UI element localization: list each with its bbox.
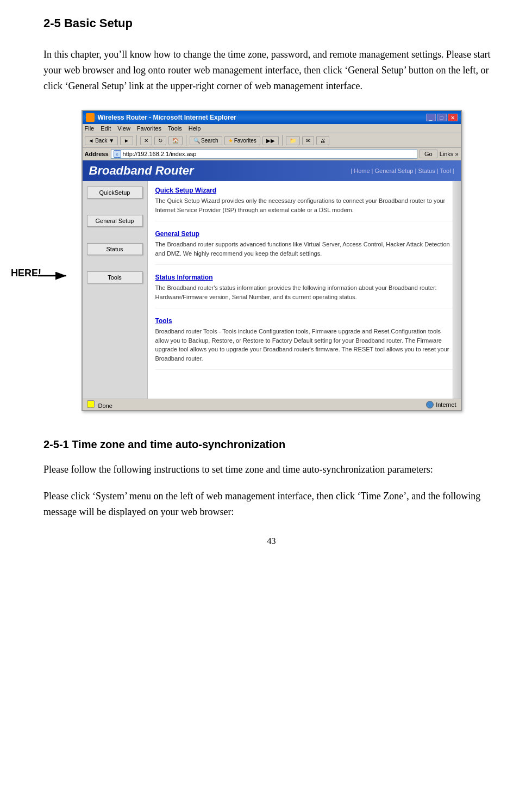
here-label: HERE!: [11, 268, 41, 279]
status-info-desc: The Broadband router's status informatio…: [155, 283, 453, 301]
quick-setup-link[interactable]: Quick Setup Wizard: [155, 187, 453, 194]
history-button[interactable]: 📁: [286, 136, 300, 145]
done-label: Done: [98, 402, 112, 409]
search-icon: 🔍: [193, 138, 200, 144]
browser-title-text: Wireless Router - Microsoft Internet Exp…: [98, 114, 236, 121]
menu-tools[interactable]: Tools: [168, 125, 182, 132]
browser-titlebar: Wireless Router - Microsoft Internet Exp…: [83, 111, 461, 124]
status-icon: [87, 400, 95, 408]
go-button[interactable]: Go: [420, 150, 437, 158]
status-info-section: Status Information The Broadband router'…: [155, 274, 453, 308]
menu-view[interactable]: View: [117, 125, 130, 132]
section-2-5-1-heading: 2-5-1 Time zone and time auto-synchroniz…: [43, 438, 499, 451]
close-button[interactable]: ✕: [448, 114, 458, 121]
quick-setup-desc: The Quick Setup Wizard provides only the…: [155, 196, 453, 214]
menu-edit[interactable]: Edit: [101, 125, 111, 132]
globe-icon: [426, 401, 434, 408]
zone-label: Internet: [436, 401, 456, 408]
section-2-5-1-para2: Please click ‘System’ menu on the left o…: [43, 488, 499, 520]
router-sidebar: QuickSetup General Setup Status Tools: [83, 181, 148, 399]
ie-icon: [86, 113, 95, 122]
browser-window: Wireless Router - Microsoft Internet Exp…: [82, 110, 462, 411]
home-button[interactable]: 🏠: [168, 136, 183, 145]
status-info-link[interactable]: Status Information: [155, 274, 453, 281]
router-body: QuickSetup General Setup Status Tools Qu…: [83, 181, 461, 399]
quicksetup-button[interactable]: QuickSetup: [87, 187, 143, 199]
browser-addressbar: Address e http://192.168.2.1/index.asp G…: [83, 148, 461, 160]
router-nav-links: | Home | General Setup | Status | Tool |: [351, 168, 454, 174]
favorites-label: Favorites: [234, 138, 256, 144]
tools-desc: Broadband router Tools - Tools include C…: [155, 327, 453, 363]
general-setup-section: General Setup The Broadband router suppo…: [155, 230, 453, 265]
internet-zone: Internet: [426, 401, 456, 408]
scrollbar-thumb[interactable]: [453, 181, 461, 203]
stop-button[interactable]: ✕: [140, 136, 152, 145]
scrollbar-track[interactable]: [453, 181, 461, 399]
print-button[interactable]: 🖨: [316, 136, 329, 145]
address-input[interactable]: e http://192.168.2.1/index.asp: [111, 149, 417, 159]
maximize-button[interactable]: □: [437, 114, 447, 121]
menu-help[interactable]: Help: [189, 125, 201, 132]
toolbar-separator-2: [186, 135, 186, 146]
address-label: Address: [85, 151, 109, 157]
general-setup-link[interactable]: General Setup: [155, 230, 453, 238]
tools-section: Tools Broadband router Tools - Tools inc…: [155, 317, 453, 370]
arrow-indicator: [38, 268, 71, 284]
minimize-button[interactable]: _: [426, 114, 436, 121]
generalsetup-button[interactable]: General Setup: [87, 215, 143, 227]
media-button[interactable]: ▶▶: [262, 136, 279, 145]
chapter-title: 2-5 Basic Setup: [43, 16, 499, 30]
general-setup-desc: The Broadband router supports advanced f…: [155, 240, 453, 258]
toolbar-separator-1: [136, 135, 137, 146]
router-page: Broadband Router | Home | General Setup …: [83, 160, 461, 399]
router-brand: Broadband Router: [89, 164, 194, 178]
toolbar-separator-3: [282, 135, 283, 146]
router-header: Broadband Router | Home | General Setup …: [83, 160, 461, 181]
tools-link[interactable]: Tools: [155, 317, 453, 325]
back-button[interactable]: ◄ Back ▼: [85, 136, 118, 145]
search-toolbar-label: Search: [201, 138, 218, 144]
browser-menubar: File Edit View Favorites Tools Help: [83, 124, 461, 133]
browser-controls[interactable]: _ □ ✕: [426, 114, 458, 121]
menu-file[interactable]: File: [85, 125, 95, 132]
status-text: Done: [87, 400, 112, 409]
browser-statusbar: Done Internet: [83, 399, 461, 410]
section-2-5-1-para1: Please follow the following instructions…: [43, 462, 499, 478]
intro-paragraph: In this chapter, you’ll know how to chan…: [43, 47, 499, 94]
quick-setup-section: Quick Setup Wizard The Quick Setup Wizar…: [155, 187, 453, 221]
star-icon: ★: [228, 138, 233, 144]
menu-favorites[interactable]: Favorites: [137, 125, 161, 132]
router-content: Quick Setup Wizard The Quick Setup Wizar…: [148, 181, 461, 399]
links-button[interactable]: Links »: [440, 151, 459, 157]
refresh-button[interactable]: ↻: [154, 136, 166, 145]
page-number: 43: [43, 536, 499, 546]
browser-toolbar: ◄ Back ▼ ► ✕ ↻ 🏠 🔍 Search ★ Favorites ▶▶…: [83, 133, 461, 148]
tools-sidebar-button[interactable]: Tools: [87, 271, 143, 283]
page-icon: e: [114, 150, 121, 158]
browser-title: Wireless Router - Microsoft Internet Exp…: [86, 113, 236, 122]
status-button[interactable]: Status: [87, 243, 143, 255]
mail-button[interactable]: ✉: [302, 136, 314, 145]
url-text: http://192.168.2.1/index.asp: [123, 151, 197, 157]
favorites-button[interactable]: ★ Favorites: [224, 136, 260, 145]
forward-button[interactable]: ►: [120, 136, 133, 145]
search-toolbar-button[interactable]: 🔍 Search: [190, 136, 222, 145]
